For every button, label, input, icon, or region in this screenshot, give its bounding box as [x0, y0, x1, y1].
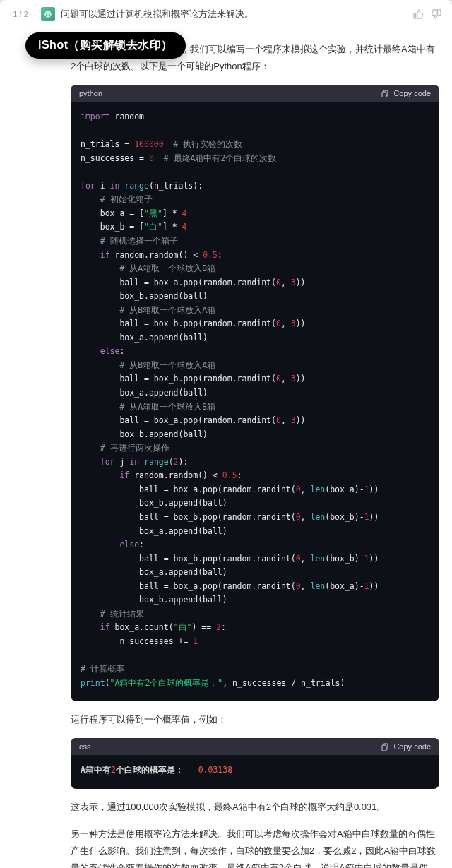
paragraph: 这表示，通过100,000次实验模拟，最终A箱中有2个白球的概率大约是0.031…	[71, 799, 439, 816]
code-header: python Copy code	[71, 85, 439, 102]
copy-code-label: Copy code	[393, 89, 431, 97]
response-topbar: ‹ 1 / 2 › 问题可以通过计算机模拟和概率论方法来解决。	[0, 0, 452, 25]
response-body: 为了验证计算机模拟的概率，我们可以编写一个程序来模拟这个实验，并统计最终A箱中有…	[0, 41, 452, 868]
watermark-badge: iShot（购买解锁去水印）	[25, 32, 186, 59]
copy-code-label: Copy code	[393, 742, 431, 751]
assistant-avatar	[41, 7, 55, 21]
code-block-python: python Copy code import random n_trials …	[71, 85, 439, 701]
code-content[interactable]: import random n_trials = 100000 # 执行实验的次…	[71, 102, 439, 701]
svg-rect-2	[382, 92, 386, 97]
code-header: css Copy code	[71, 738, 439, 755]
chevron-right-icon[interactable]: ›	[29, 11, 31, 18]
code-lang-label: python	[79, 89, 102, 97]
copy-code-button[interactable]: Copy code	[381, 742, 431, 751]
paragraph: 另一种方法是使用概率论方法来解决。我们可以考虑每次操作会对A箱中白球数量的奇偶性…	[71, 826, 439, 868]
code-lang-label: css	[79, 742, 91, 751]
paragraph: 运行程序可以得到一个概率值，例如：	[71, 711, 439, 728]
logo-icon	[43, 9, 53, 19]
code-block-output: css Copy code A箱中有2个白球的概率是： 0.03138	[71, 738, 439, 789]
clipboard-icon	[381, 89, 389, 97]
pager-label: 1 / 2	[13, 10, 28, 18]
svg-rect-4	[382, 745, 386, 751]
clipboard-icon	[381, 742, 389, 751]
chevron-left-icon[interactable]: ‹	[10, 11, 12, 18]
code-content[interactable]: A箱中有2个白球的概率是： 0.03138	[71, 755, 439, 789]
response-first-line: 问题可以通过计算机模拟和概率论方法来解决。	[61, 8, 407, 20]
thumbs-down-icon[interactable]	[431, 8, 442, 20]
thumbs-up-icon[interactable]	[412, 8, 424, 20]
feedback-buttons	[412, 8, 442, 20]
copy-code-button[interactable]: Copy code	[381, 89, 431, 97]
page-sheet: ‹ 1 / 2 › 问题可以通过计算机模拟和概率论方法来解决。 iShot（购买…	[0, 0, 452, 868]
response-pager[interactable]: ‹ 1 / 2 ›	[10, 10, 31, 18]
